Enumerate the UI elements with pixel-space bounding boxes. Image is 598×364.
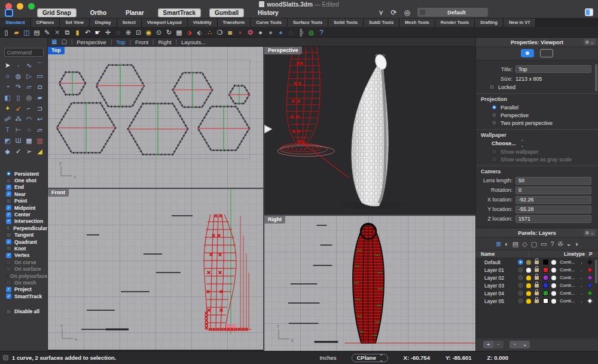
cylinder-tool-icon[interactable]: ▯ (13, 93, 24, 102)
layer-visibility-bulb-icon[interactable] (526, 299, 531, 304)
rotate-view-icon[interactable]: ↻ (164, 27, 174, 37)
sun-icon[interactable]: ◒ (567, 240, 571, 248)
lamp-icon[interactable]: ❍ (215, 27, 225, 37)
plane-tool-icon[interactable]: ▰ (35, 93, 45, 102)
checkbox-icon[interactable]: ✓ (6, 205, 11, 210)
layer-row-layer-04[interactable]: Layer 04Conti...⌄ (476, 289, 598, 297)
osnap-one-shot[interactable]: One shot (6, 177, 47, 183)
pointcloud-tool-icon[interactable]: ⁘ (24, 125, 35, 134)
layer-print-color[interactable] (587, 259, 593, 265)
checkbox-icon[interactable] (6, 273, 7, 279)
lock-objects-icon[interactable]: ◙ (225, 27, 235, 37)
color-wheel-icon[interactable]: ❂ (245, 27, 255, 37)
layer-current-radio[interactable] (518, 259, 523, 265)
object-hierarchy-icon[interactable]: ╠ (296, 27, 306, 37)
layer-lock-icon[interactable] (535, 268, 539, 272)
layer-material-icon[interactable] (551, 260, 556, 265)
layer-material-icon[interactable] (551, 283, 556, 288)
copy-icon[interactable]: ⧉ (62, 27, 72, 37)
zoom-extents-icon[interactable]: ◌ (113, 27, 123, 37)
layer-color-swatch[interactable] (543, 290, 548, 296)
viewport-tab-right[interactable]: Right (158, 39, 171, 45)
perspective-view-canvas[interactable] (264, 47, 475, 215)
layer-print-color[interactable] (587, 283, 593, 289)
osnap-perpendicular[interactable]: Perpendicular (6, 225, 47, 231)
layers-gear-button[interactable]: ⚙⌄ (584, 230, 596, 236)
ellipse-tool-icon[interactable]: ◍ (13, 71, 24, 81)
checkbox-icon[interactable]: ✓ (6, 219, 11, 224)
layer-color-swatch[interactable] (543, 259, 548, 265)
tab-select[interactable]: Select (117, 19, 142, 27)
layer-lock-icon[interactable] (535, 261, 539, 264)
layers-scrollbar[interactable] (595, 259, 597, 283)
layer-name[interactable]: Layer 05 (476, 298, 518, 304)
edit-document-icon[interactable]: ✎ (42, 27, 52, 37)
layer-print-color[interactable] (587, 267, 593, 273)
checkbox-icon[interactable]: ✓ (6, 212, 11, 218)
osnap-quadrant[interactable]: ✓Quadrant (6, 238, 47, 245)
undo-icon[interactable]: ↶ (83, 27, 93, 37)
osnap-persistent[interactable]: Persistent (6, 170, 47, 177)
projection-perspective[interactable]: Perspective (492, 111, 598, 119)
status-filter-icon[interactable] (3, 355, 8, 360)
osnap-intersection[interactable]: ✓Intersection (6, 218, 47, 225)
help-icon[interactable]: ? (316, 27, 327, 37)
checkbox-icon[interactable] (6, 233, 11, 238)
ghosted-display-icon[interactable]: ⬖ (194, 27, 205, 37)
viewport-grid-icon[interactable]: ▦ (51, 38, 57, 45)
layer-lock-icon[interactable] (535, 284, 539, 287)
layer-lock-icon[interactable] (535, 292, 539, 295)
open-file-icon[interactable]: ▰ (11, 27, 22, 37)
layer-name[interactable]: Layer 04 (476, 290, 518, 296)
sphere-c-icon[interactable]: ● (276, 27, 286, 37)
checkbox-icon[interactable] (6, 198, 11, 204)
checkbox-icon[interactable] (6, 259, 11, 265)
rhino-logo-icon[interactable] (5, 9, 13, 17)
viewport-tab-front[interactable]: Front (135, 39, 148, 45)
layer-color-swatch[interactable] (543, 267, 548, 273)
spheres-tool-icon[interactable]: ☍ (2, 114, 13, 124)
zoom-window-icon[interactable]: ⊡ (133, 27, 144, 37)
checkbox-icon[interactable]: ✓ (6, 293, 11, 299)
tab-subd-tools[interactable]: SubD Tools (364, 19, 399, 27)
help-icon[interactable]: ? (550, 240, 554, 248)
layer-color-swatch[interactable] (543, 283, 548, 288)
point-tool-icon[interactable]: ∙ (13, 60, 24, 70)
layer-visibility-bulb-icon[interactable] (526, 276, 531, 280)
tab-curve-tools[interactable]: Curve Tools (251, 19, 288, 27)
libraries-icon[interactable]: ✇ (558, 240, 563, 248)
checkbox-icon[interactable] (6, 246, 11, 251)
tab-visibility[interactable]: Visibility (188, 19, 218, 27)
osnap-midpoint[interactable]: ✓Midpoint (6, 204, 47, 211)
circle-tool-icon[interactable]: ○ (2, 71, 13, 81)
checkbox-icon[interactable]: ✓ (6, 253, 11, 258)
tab-surface-tools[interactable]: Surface Tools (288, 19, 328, 27)
checkbox-icon[interactable] (492, 149, 497, 154)
sphere-b-icon[interactable]: ● (266, 27, 276, 37)
solid-box-tool-icon[interactable]: ◩ (2, 136, 13, 145)
materials-icon[interactable]: ◐ (505, 240, 509, 248)
column-linetype[interactable]: Linetype (562, 251, 587, 257)
layer-lock-icon[interactable] (535, 299, 539, 303)
raytrace-icon[interactable]: ◍ (286, 27, 296, 37)
osnap-near[interactable]: ✓Near (6, 191, 47, 197)
camera-field-input[interactable] (515, 206, 591, 213)
viewport-top-badge[interactable]: Top (48, 47, 65, 54)
column-print[interactable]: P (587, 251, 598, 257)
layer-print-color[interactable] (587, 275, 593, 281)
layer-color-swatch[interactable] (543, 275, 548, 280)
torus-tool-icon[interactable]: ◎ (24, 93, 35, 102)
box-tool-icon[interactable]: ◧ (2, 93, 13, 102)
viewport-right-badge[interactable]: Right (264, 216, 285, 224)
radio-icon[interactable] (6, 171, 11, 176)
viewport-perspective-badge[interactable]: Perspective (264, 47, 302, 54)
layer-row-layer-05[interactable]: Layer 05Conti...⌄ (476, 297, 598, 305)
layer-visibility-bulb-icon[interactable] (526, 268, 531, 273)
locked-checkbox-box[interactable] (489, 84, 495, 90)
layer-print-color[interactable] (587, 298, 593, 304)
layer-name[interactable]: Layer 01 (476, 267, 518, 273)
knife-tool-icon[interactable]: ◆ (2, 146, 13, 156)
tab-drafting[interactable]: Drafting (475, 19, 504, 27)
checkbox-icon[interactable]: ✓ (6, 185, 11, 190)
right-view-canvas[interactable]: z y (264, 216, 475, 351)
